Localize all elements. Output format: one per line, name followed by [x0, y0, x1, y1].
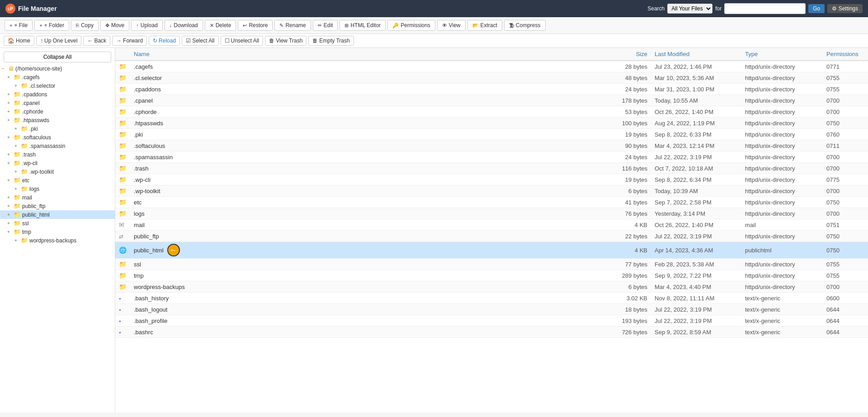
col-type[interactable]: Type — [741, 48, 823, 61]
tree-toggle[interactable]: + — [7, 161, 14, 166]
settings-button[interactable]: ⚙ Settings — [827, 4, 863, 13]
sidebar-item-htpasswds[interactable]: + 📁 .htpasswds — [0, 116, 115, 124]
restore-button[interactable]: ↩Restore — [238, 20, 273, 31]
tree-toggle[interactable]: + — [7, 100, 14, 105]
copy-button[interactable]: ⎘Copy — [71, 20, 99, 31]
table-row[interactable]: 📁 .softaculous 90 bytes Mar 4, 2023, 12:… — [115, 140, 868, 152]
reload-button[interactable]: ↻ Reload — [149, 36, 180, 46]
permissions-button[interactable]: 🔑Permissions — [387, 20, 435, 31]
tree-toggle[interactable]: + — [14, 169, 21, 174]
sidebar-item-wp-cli[interactable]: + 📁 .wp-cli — [0, 159, 115, 167]
unselect-all-button[interactable]: ☐ Unselect All — [221, 36, 264, 46]
download-button[interactable]: ↓Download — [165, 20, 203, 31]
tree-toggle[interactable]: + — [7, 92, 14, 97]
tree-toggle[interactable]: + — [14, 83, 21, 88]
up-one-level-button[interactable]: ↑ Up One Level — [36, 36, 81, 46]
new-file-button[interactable]: ++ File — [5, 20, 33, 31]
upload-button[interactable]: ↑Upload — [131, 20, 163, 31]
table-row[interactable]: 📁 etc 41 bytes Sep 7, 2022, 2:58 PM http… — [115, 197, 868, 208]
delete-button[interactable]: ✕Delete — [205, 20, 236, 31]
sidebar-item-etc[interactable]: + 📁 etc — [0, 176, 115, 185]
tree-toggle[interactable]: + — [14, 186, 21, 191]
tree-toggle[interactable]: + — [7, 135, 14, 140]
table-row[interactable]: 📁 .cl.selector 48 bytes Mar 10, 2023, 5:… — [115, 72, 868, 84]
extract-button[interactable]: 📂Extract — [467, 20, 502, 31]
tree-toggle[interactable]: + — [7, 75, 14, 80]
empty-trash-button[interactable]: 🗑 Empty Trash — [308, 36, 354, 46]
table-row[interactable]: ⇄ public_ftp 22 bytes Jul 22, 2022, 3:19… — [115, 231, 868, 242]
sidebar-item-logs[interactable]: + 📁 logs — [0, 185, 115, 193]
tree-toggle[interactable]: + — [7, 178, 14, 183]
view-trash-button[interactable]: 🗑 View Trash — [265, 36, 307, 46]
table-row[interactable]: 📁 .trash 116 bytes Oct 7, 2022, 10:18 AM… — [115, 163, 868, 174]
sidebar-item-cagefs[interactable]: + 📁 .cagefs — [0, 73, 115, 81]
tree-toggle[interactable]: + — [14, 126, 21, 131]
back-button[interactable]: ← Back — [83, 36, 110, 46]
sidebar-item-spamassassin[interactable]: + 📁 .spamassassin — [0, 142, 115, 150]
compress-button[interactable]: 🗜Compress — [504, 20, 546, 31]
sidebar-item-pki[interactable]: + 📁 .pki — [0, 124, 115, 133]
tree-toggle[interactable]: + — [7, 118, 14, 123]
new-folder-button[interactable]: ++ Folder — [34, 20, 69, 31]
sidebar-item-ssl[interactable]: + 📁 ssl — [0, 219, 115, 227]
tree-toggle[interactable]: + — [7, 204, 14, 208]
tree-toggle[interactable]: + — [7, 212, 14, 217]
col-permissions[interactable]: Permissions — [823, 48, 868, 61]
search-scope-select[interactable]: All Your Files — [667, 4, 712, 14]
tree-toggle[interactable]: + — [7, 229, 14, 234]
sidebar-item-tmp[interactable]: + 📁 tmp — [0, 227, 115, 236]
col-modified[interactable]: Last Modified — [651, 48, 741, 61]
table-row[interactable]: 📁 .cagefs 28 bytes Jul 23, 2022, 1:46 PM… — [115, 61, 868, 72]
sidebar-item-cpanel[interactable]: + 📁 .cpanel — [0, 99, 115, 107]
sidebar-item-cpaddons[interactable]: + 📁 .cpaddons — [0, 90, 115, 99]
col-name[interactable]: Name — [130, 48, 597, 61]
forward-button[interactable]: → Forward — [112, 36, 147, 46]
edit-button[interactable]: ✏Edit — [313, 20, 338, 31]
table-row[interactable]: ▪ .bash_logout 18 bytes Jul 22, 2022, 3:… — [115, 304, 868, 315]
sidebar-item-cphorde[interactable]: + 📁 .cphorde — [0, 107, 115, 116]
sidebar-item-public_ftp[interactable]: + 📁 public_ftp — [0, 202, 115, 210]
table-row[interactable]: 📁 .cpaddons 24 bytes Mar 31, 2023, 1:00 … — [115, 84, 868, 95]
tree-toggle[interactable]: + — [7, 221, 14, 226]
table-row[interactable]: ▪ .bashrc 726 bytes Sep 9, 2022, 8:59 AM… — [115, 327, 868, 338]
tree-toggle[interactable]: + — [7, 152, 14, 157]
home-button[interactable]: 🏠 Home — [4, 36, 34, 46]
tree-root[interactable]: − 🖥 (/home/source-site) — [0, 64, 115, 73]
table-row[interactable]: 📁 wordpress-backups 6 bytes Mar 4, 2023,… — [115, 281, 868, 293]
root-toggle[interactable]: − — [2, 66, 8, 71]
tree-toggle[interactable]: + — [14, 238, 21, 243]
table-row[interactable]: 📁 .cphorde 53 bytes Oct 26, 2022, 1:40 P… — [115, 106, 868, 118]
go-button[interactable]: Go — [808, 4, 825, 13]
table-row[interactable]: 📁 .wp-toolkit 6 bytes Today, 10:39 AM ht… — [115, 185, 868, 197]
sidebar-item-public_html[interactable]: + 📁 public_html — [0, 210, 115, 219]
search-input[interactable] — [724, 3, 806, 14]
sidebar-item-clselector[interactable]: + 📁 .cl.selector — [0, 81, 115, 90]
table-row[interactable]: 📁 logs 76 bytes Yesterday, 3:14 PM httpd… — [115, 208, 868, 219]
sidebar-item-wordpress-backups[interactable]: + 📁 wordpress-backups — [0, 236, 115, 245]
html-editor-button[interactable]: ⊞HTML Editor — [340, 20, 386, 31]
sidebar-item-softaculous[interactable]: + 📁 .softaculous — [0, 133, 115, 142]
table-row[interactable]: ▪ .bash_profile 193 bytes Jul 22, 2022, … — [115, 315, 868, 327]
table-row[interactable]: 📁 .cpanel 178 bytes Today, 10:55 AM http… — [115, 95, 868, 106]
table-row[interactable]: 📁 .wp-cli 19 bytes Sep 8, 2022, 6:34 PM … — [115, 174, 868, 185]
table-row[interactable]: 📁 .htpasswds 100 bytes Aug 24, 2022, 1:1… — [115, 118, 868, 129]
sidebar-item-mail[interactable]: + 📁 mail — [0, 193, 115, 202]
table-row[interactable]: ✉ mail 4 KB Oct 26, 2022, 1:40 PM mail 0… — [115, 219, 868, 231]
table-row[interactable]: 📁 .spamassassin 24 bytes Jul 22, 2022, 3… — [115, 152, 868, 163]
move-button[interactable]: ✥Move — [100, 20, 129, 31]
table-row[interactable]: 🌐 public_html← 4 KB Apr 14, 2023, 4:36 A… — [115, 242, 868, 259]
table-row[interactable]: 📁 ssl 77 bytes Feb 28, 2023, 5:38 AM htt… — [115, 259, 868, 270]
table-row[interactable]: 📁 tmp 289 bytes Sep 9, 2022, 7:22 PM htt… — [115, 270, 868, 281]
table-row[interactable]: ▪ .bash_history 3.02 KB Nov 8, 2022, 11:… — [115, 293, 868, 304]
rename-button[interactable]: ✎Rename — [274, 20, 311, 31]
col-size[interactable]: Size — [597, 48, 651, 61]
collapse-all-button[interactable]: Collapse All — [4, 52, 111, 62]
table-row[interactable]: 📁 .pki 19 bytes Sep 8, 2022, 6:33 PM htt… — [115, 129, 868, 140]
select-all-button[interactable]: ☑ Select All — [182, 36, 218, 46]
tree-toggle[interactable]: + — [7, 195, 14, 200]
tree-toggle[interactable]: + — [7, 109, 14, 114]
view-button[interactable]: 👁View — [437, 20, 466, 31]
sidebar-item-trash[interactable]: + 📁 .trash — [0, 150, 115, 159]
sidebar-item-wp-toolkit[interactable]: + 📁 .wp-toolkit — [0, 167, 115, 176]
tree-toggle[interactable]: + — [14, 143, 21, 148]
